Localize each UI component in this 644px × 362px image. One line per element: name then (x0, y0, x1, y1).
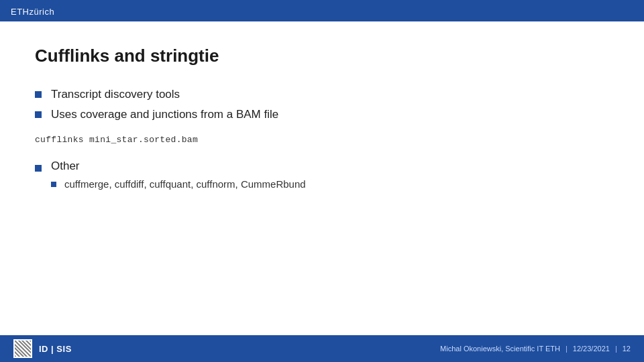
bullet-icon (35, 165, 42, 172)
logo-pattern (15, 341, 31, 357)
sub-bullet-list: cuffmerge, cuffdiff, cuffquant, cuffnorm… (51, 178, 609, 190)
bullet-list: Transcript discovery tools Uses coverage… (35, 88, 609, 121)
footer-date: 12/23/2021 (573, 345, 610, 353)
eth-logo: ETHzürich (11, 5, 54, 17)
bullet-icon (35, 111, 42, 118)
main-content: Cufflinks and stringtie Transcript disco… (0, 21, 644, 335)
sub-item-text: cuffmerge, cuffdiff, cuffquant, cuffnorm… (64, 178, 306, 190)
separator2: | (615, 345, 617, 353)
footer-author: Michal Okoniewski, Scientific IT ETH (440, 345, 560, 353)
eth-logo-small (13, 339, 32, 358)
other-title-text: Other (51, 160, 80, 173)
other-section: Other cuffmerge, cuffdiff, cuffquant, cu… (35, 160, 609, 190)
list-item-text: Uses coverage and junctions from a BAM f… (51, 108, 278, 121)
id-sis-label: ID | SIS (39, 344, 72, 354)
bullet-icon (35, 91, 42, 98)
bottom-bar: ID | SIS Michal Okoniewski, Scientific I… (0, 335, 644, 362)
separator: | (566, 345, 568, 353)
list-item: Uses coverage and junctions from a BAM f… (35, 108, 609, 121)
sub-bullet-icon (51, 182, 56, 187)
list-item: Transcript discovery tools (35, 88, 609, 101)
eth-text: ETH (11, 7, 30, 17)
footer-page: 12 (623, 345, 631, 353)
code-block: cufflinks mini_star.sorted.bam (35, 135, 609, 145)
page-title: Cufflinks and stringtie (35, 46, 609, 66)
bottom-left: ID | SIS (13, 339, 72, 358)
eth-suffix: zürich (30, 7, 55, 17)
footer-info: Michal Okoniewski, Scientific IT ETH | 1… (440, 345, 631, 353)
list-item: cuffmerge, cuffdiff, cuffquant, cuffnorm… (51, 178, 609, 190)
list-item-text: Transcript discovery tools (51, 88, 180, 101)
top-bar: ETHzürich (0, 0, 644, 21)
other-title: Other (35, 160, 609, 173)
